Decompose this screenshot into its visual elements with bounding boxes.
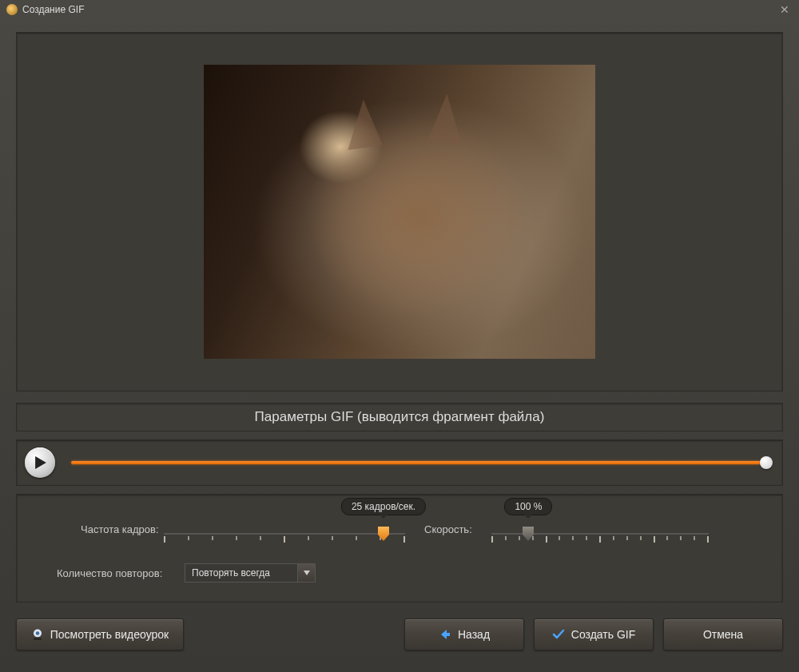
svg-point-5 [35,631,39,635]
section-header-label: Параметры GIF (выводится фрагмент файла) [255,409,545,425]
check-icon [552,628,565,641]
create-gif-button[interactable]: Создать GIF [534,618,654,650]
app-icon [6,4,18,15]
controls-panel: Частота кадров: 25 кадров/сек. Скорость:… [16,494,783,602]
timeline-panel [16,439,783,486]
footer: Посмотреть видеоурок Назад Создать GIF О… [0,602,799,666]
framerate-label: Частота кадров: [41,523,161,535]
preview-image [204,65,595,359]
speed-tooltip: 100 % [504,498,552,515]
svg-marker-0 [35,456,46,469]
repeat-select[interactable]: Повторять всегда [185,563,316,583]
svg-marker-1 [378,527,389,541]
window-title: Создание GIF [22,4,84,15]
framerate-handle[interactable] [378,527,389,541]
arrow-left-icon [439,628,451,641]
chevron-down-icon [297,564,315,582]
cancel-label: Отмена [703,628,743,641]
framerate-tooltip: 25 кадров/сек. [341,498,426,515]
create-label: Создать GIF [571,628,635,641]
back-button[interactable]: Назад [404,618,524,650]
section-header: Параметры GIF (выводится фрагмент файла) [16,403,783,431]
play-icon [35,456,46,469]
repeat-label: Количество повторов: [41,567,185,579]
titlebar: Создание GIF ✕ [0,0,799,19]
repeat-value: Повторять всегда [185,564,297,582]
framerate-slider[interactable]: 25 кадров/сек. [161,517,408,541]
back-label: Назад [458,628,490,641]
timeline-track[interactable] [71,455,771,471]
close-icon[interactable]: ✕ [777,3,793,16]
tutorial-button[interactable]: Посмотреть видеоурок [16,618,184,650]
webcam-icon [31,628,44,641]
timeline-handle[interactable] [760,456,773,469]
speed-handle[interactable] [523,527,534,541]
speed-slider[interactable]: 100 % [488,517,712,541]
cancel-button[interactable]: Отмена [663,618,783,650]
preview-panel [16,32,783,392]
tutorial-label: Посмотреть видеоурок [50,628,169,641]
svg-marker-2 [523,527,534,541]
svg-marker-3 [304,571,310,575]
speed-label: Скорость: [424,523,488,535]
play-button[interactable] [25,447,55,478]
timeline-bar [71,461,771,464]
